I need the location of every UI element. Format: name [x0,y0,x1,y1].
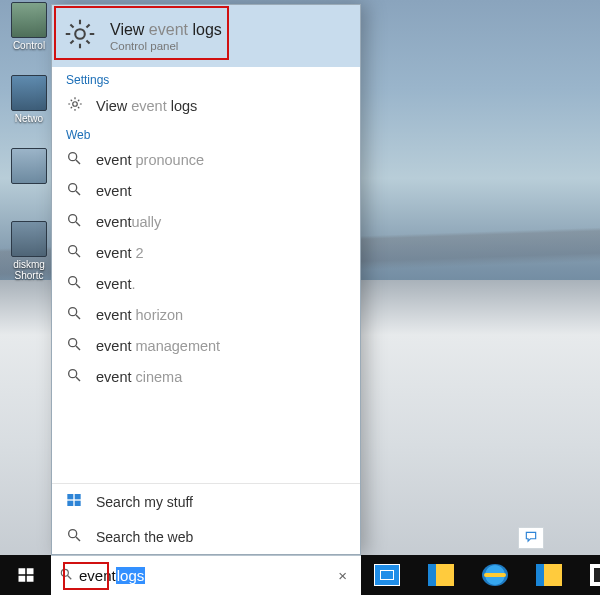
result-label: event pronounce [96,152,204,168]
svg-line-23 [76,537,80,541]
svg-rect-27 [26,576,33,582]
task-view-icon [374,564,400,586]
desktop-icon[interactable]: Control [5,2,53,51]
search-icon [66,274,84,293]
svg-point-1 [73,102,78,107]
start-button[interactable] [0,555,51,595]
file-explorer-button[interactable] [415,555,467,595]
web-result-item[interactable]: event. [52,268,360,299]
web-result-item[interactable]: event cinema [52,361,360,392]
settings-result-item[interactable]: View event logs [52,89,360,122]
svg-point-0 [75,29,85,39]
desktop-icon[interactable] [5,148,53,186]
result-label: eventually [96,214,161,230]
svg-line-15 [76,346,80,350]
scope-label: Search the web [96,529,193,545]
gear-icon [62,16,98,56]
desktop-icon[interactable]: Netwo [5,75,53,124]
search-icon [66,336,84,355]
web-result-item[interactable]: event pronounce [52,144,360,175]
search-icon [66,181,84,200]
feedback-button[interactable] [518,527,544,549]
result-label: event horizon [96,307,183,323]
speech-bubble-icon [523,530,539,547]
result-label: event [96,183,131,199]
svg-rect-21 [75,501,81,506]
web-result-item[interactable]: event [52,175,360,206]
section-label-settings: Settings [52,67,360,89]
svg-line-13 [76,315,80,319]
scope-label: Search my stuff [96,494,193,510]
result-label: event management [96,338,220,354]
svg-rect-25 [26,568,33,574]
clear-search-button[interactable]: × [332,567,353,584]
svg-point-4 [69,184,77,192]
result-label: event 2 [96,245,144,261]
search-icon [66,243,84,262]
svg-point-14 [69,339,77,347]
result-label: event. [96,276,136,292]
windows-icon [66,492,84,511]
svg-line-17 [76,377,80,381]
gear-icon [66,95,84,116]
search-scope-item[interactable]: Search my stuff [52,484,360,519]
svg-point-6 [69,215,77,223]
web-result-item[interactable]: eventually [52,206,360,237]
svg-point-28 [61,569,68,576]
svg-line-7 [76,222,80,226]
internet-explorer-button[interactable] [469,555,521,595]
search-icon [66,150,84,169]
svg-line-3 [76,160,80,164]
svg-point-22 [69,530,77,538]
store-icon [590,564,600,586]
search-icon [59,567,73,584]
search-results-panel: View event logs Control panel Settings V… [51,4,361,555]
result-label: View event logs [96,98,197,114]
search-icon [66,527,84,546]
svg-point-10 [69,277,77,285]
svg-line-29 [68,576,72,580]
svg-point-2 [69,153,77,161]
best-match-item[interactable]: View event logs Control panel [52,5,360,67]
search-icon [66,212,84,231]
best-match-subtitle: Control panel [110,40,222,52]
search-icon [66,305,84,324]
desktop-icon[interactable]: diskmg Shortc [5,221,53,281]
svg-point-16 [69,370,77,378]
search-icon [66,367,84,386]
svg-line-11 [76,284,80,288]
desktop-icon-label: Control [13,40,45,51]
task-view-button[interactable] [361,555,413,595]
search-input-bar[interactable]: event logs × [51,555,361,595]
file-explorer-icon [536,564,562,586]
search-scope-list: Search my stuffSearch the web [52,483,360,554]
desktop-icon-label: diskmg Shortc [13,259,45,281]
section-label-web: Web [52,122,360,144]
svg-rect-19 [75,494,81,499]
taskbar-pinned-apps [361,555,600,595]
best-match-text: View event logs Control panel [110,21,222,52]
desktop-icon-label: Netwo [15,113,43,124]
store-button[interactable] [577,555,600,595]
svg-rect-20 [67,501,73,506]
windows-icon [17,566,35,584]
file-explorer-button[interactable] [523,555,575,595]
svg-rect-24 [18,568,25,574]
svg-point-12 [69,308,77,316]
svg-rect-26 [18,576,25,582]
svg-line-5 [76,191,80,195]
result-label: event cinema [96,369,182,385]
svg-line-9 [76,253,80,257]
svg-rect-18 [67,494,73,499]
internet-explorer-icon [482,564,508,586]
file-explorer-icon [428,564,454,586]
search-input-text: event logs [79,567,145,584]
web-result-item[interactable]: event horizon [52,299,360,330]
web-result-item[interactable]: event 2 [52,237,360,268]
svg-point-8 [69,246,77,254]
web-result-item[interactable]: event management [52,330,360,361]
search-scope-item[interactable]: Search the web [52,519,360,554]
